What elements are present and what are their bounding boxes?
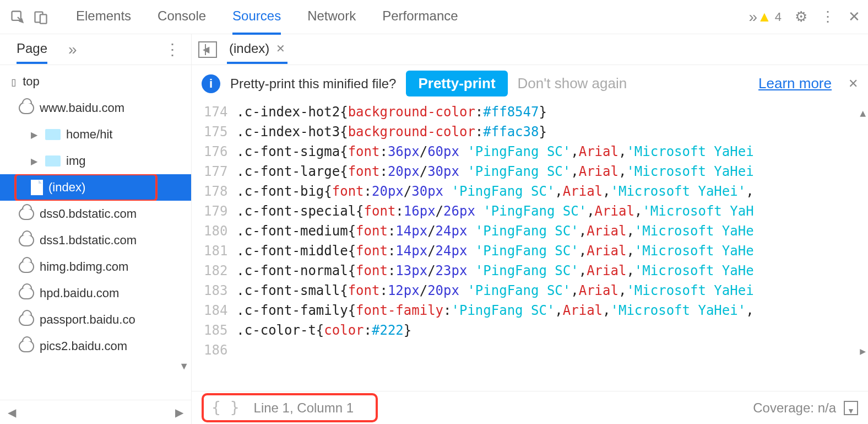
tree-domain[interactable]: passport.baidu.co (0, 307, 191, 333)
gear-icon[interactable]: ⚙ (795, 8, 807, 25)
cursor-position: Line 1, Column 1 (254, 400, 354, 416)
sidebar-menu-icon[interactable]: ⋮ (165, 40, 180, 58)
status-highlight: { } Line 1, Column 1 (202, 393, 378, 422)
infobar-message: Pretty-print this minified file? (230, 76, 396, 92)
more-tabs-icon[interactable]: » (748, 8, 757, 26)
cloud-icon (19, 314, 34, 326)
main-tabs: ElementsConsoleSourcesNetworkPerformance (76, 0, 748, 35)
expand-icon[interactable]: ▶ (31, 130, 40, 140)
tab-sources[interactable]: Sources (232, 0, 281, 35)
navigator-toggle-icon[interactable]: ◀ (198, 41, 217, 58)
info-icon: i (202, 74, 220, 93)
folder-icon (45, 155, 61, 167)
folder-icon (45, 129, 61, 140)
tree-domain[interactable]: dss0.bdstatic.com (0, 201, 191, 227)
kebab-menu-icon[interactable]: ⋮ (821, 8, 835, 25)
tree-domain[interactable]: dss1.bdstatic.com (0, 227, 191, 254)
tree-folder[interactable]: ▶home/hit (0, 121, 191, 148)
sidebar-more-icon[interactable]: » (68, 41, 77, 58)
scroll-right-icon[interactable]: ▶ (860, 341, 866, 361)
coverage-toggle-icon[interactable] (844, 401, 858, 415)
nav-left-icon[interactable]: ◀ (8, 406, 16, 419)
tree-domain[interactable]: www.baidu.com (0, 95, 191, 121)
tab-network[interactable]: Network (307, 0, 356, 35)
tree-domain[interactable]: hpd.baidu.com (0, 280, 191, 307)
cloud-icon (19, 102, 34, 114)
warning-icon: ▲ (757, 8, 772, 25)
format-icon[interactable]: { } (211, 399, 240, 417)
editor-status-bar: { } Line 1, Column 1 Coverage: n/a (192, 391, 868, 424)
tab-performance[interactable]: Performance (382, 0, 458, 35)
sidebar-footer: ◀ ▶ (0, 400, 191, 424)
close-tab-icon[interactable]: ✕ (276, 42, 285, 55)
frame-icon: ▯ (10, 75, 17, 89)
file-tree: ▯ top www.baidu.com ▶home/hit▶img (index… (0, 65, 191, 400)
pretty-print-infobar: i Pretty-print this minified file? Prett… (192, 65, 868, 102)
scroll-down-icon[interactable]: ▼ (179, 361, 189, 372)
device-toggle-icon[interactable] (31, 7, 51, 27)
sources-sidebar: Page » ⋮ ▯ top www.baidu.com ▶home/hit▶i… (0, 34, 192, 424)
tree-root[interactable]: ▯ top (0, 68, 191, 95)
cloud-icon (19, 261, 34, 273)
warning-count: 4 (775, 10, 782, 24)
tab-page[interactable]: Page (17, 35, 47, 64)
file-icon (31, 180, 43, 195)
editor-tab[interactable]: (index) ✕ (227, 35, 287, 64)
line-gutter: 174175176177178179180181182183184185186 (192, 102, 236, 391)
svg-rect-2 (40, 14, 47, 23)
code-lines[interactable]: .c-index-hot2{background-color:#ff8547}.… (236, 102, 868, 391)
pretty-print-button[interactable]: Pretty-print (406, 71, 507, 96)
tree-domain[interactable]: himg.bdimg.com (0, 254, 191, 280)
tab-elements[interactable]: Elements (76, 0, 131, 35)
expand-icon[interactable]: ▶ (31, 156, 40, 167)
code-editor[interactable]: 174175176177178179180181182183184185186 … (192, 102, 868, 391)
tree-domain[interactable]: pics2.baidu.com (0, 333, 191, 359)
cloud-icon (19, 340, 34, 352)
close-icon[interactable]: ✕ (848, 8, 860, 25)
tree-folder[interactable]: ▶img (0, 148, 191, 174)
scroll-up-icon[interactable]: ▲ (860, 103, 866, 123)
learn-more-link[interactable]: Learn more (758, 75, 832, 92)
cloud-icon (19, 287, 34, 299)
inspect-icon[interactable] (8, 7, 28, 27)
infobar-close-icon[interactable]: ✕ (848, 77, 858, 91)
coverage-label: Coverage: n/a (753, 400, 836, 416)
cloud-icon (19, 234, 34, 246)
devtools-topbar: ElementsConsoleSourcesNetworkPerformance… (0, 0, 868, 34)
dont-show-again-link[interactable]: Don't show again (518, 75, 627, 92)
editor-area: ◀ (index) ✕ i Pretty-print this minified… (192, 34, 868, 424)
cloud-icon (19, 208, 34, 220)
tab-console[interactable]: Console (158, 0, 206, 35)
nav-right-icon[interactable]: ▶ (175, 406, 183, 419)
tree-file-selected[interactable]: (index) (0, 174, 191, 201)
warning-badge[interactable]: ▲ 4 (757, 8, 782, 25)
